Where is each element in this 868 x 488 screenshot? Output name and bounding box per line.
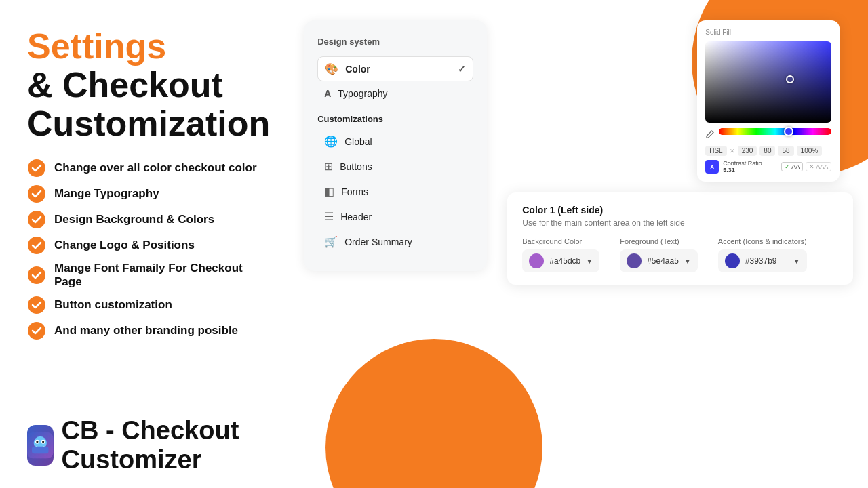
hsl-h-value[interactable]: 230 — [738, 146, 757, 156]
left-column: Settings & Checkout Customization Change… — [0, 0, 290, 488]
list-item: Design Background & Colors — [27, 210, 270, 229]
bottom-branding-bar: CB - Checkout Customizer — [27, 405, 270, 474]
color-picker-card: Solid Fill HSL ✕ — [697, 20, 840, 182]
svg-point-12 — [42, 441, 44, 443]
hsl-l-value[interactable]: 58 — [778, 146, 793, 156]
color1-desc: Use for the main content area on the lef… — [522, 218, 838, 228]
svg-point-6 — [28, 322, 45, 340]
pencil-icon — [705, 129, 715, 139]
design-system-title: Design system — [317, 37, 473, 47]
hsl-mode-badge[interactable]: HSL — [705, 146, 726, 156]
feature-text: Button customization — [54, 298, 172, 312]
swatch-arrow-bg[interactable]: ▼ — [586, 258, 593, 265]
color-gradient-box[interactable] — [705, 41, 831, 123]
list-item: Change over all color checkout color — [27, 159, 270, 178]
check-circle-icon — [27, 210, 46, 229]
heading-checkout: & Checkout — [27, 66, 270, 104]
swatch-value-fg[interactable]: #5e4aa5 ▼ — [620, 249, 698, 272]
typography-icon: A — [324, 88, 331, 99]
ds-header-label: Header — [340, 211, 372, 222]
svg-point-4 — [28, 266, 45, 284]
ds-buttons-label: Buttons — [340, 161, 372, 172]
list-item: Button customization — [27, 296, 270, 314]
ds-item-header[interactable]: ☰ Header — [317, 205, 473, 228]
swatch-arrow-fg[interactable]: ▼ — [684, 258, 691, 265]
hsl-row: HSL ✕ 230 80 58 100% — [705, 146, 831, 156]
color1-card: Color 1 (Left side) Use for the main con… — [507, 192, 853, 285]
swatch-arrow-accent[interactable]: ▼ — [793, 258, 800, 265]
swatch-value-accent[interactable]: #3937b9 ▼ — [718, 249, 807, 272]
ds-order-summary-label: Order Summary — [344, 237, 412, 247]
ds-item-forms[interactable]: ◧ Forms — [317, 180, 473, 203]
feature-text: Mange Font Famaily For Checkout Page — [54, 262, 270, 289]
list-item: And many other branding posible — [27, 321, 270, 340]
swatch-dot-bg — [529, 253, 544, 268]
hsl-a-value[interactable]: 100% — [797, 146, 823, 156]
check-circle-icon — [27, 159, 46, 178]
list-item: Change Logo & Positions — [27, 236, 270, 255]
customizations-title: Customizations — [317, 114, 473, 124]
check-circle-icon — [27, 184, 46, 203]
swatch-hex-bg: #a45dcb — [549, 256, 580, 266]
ds-item-global[interactable]: 🌐 Global — [317, 129, 473, 153]
svg-point-1 — [28, 185, 45, 203]
global-icon: 🌐 — [324, 135, 338, 148]
feature-text: Change over all color checkout color — [54, 161, 257, 175]
color-swatches-row: Background Color #a45dcb ▼ Foreground (T… — [522, 237, 838, 272]
main-content: Settings & Checkout Customization Change… — [0, 0, 868, 488]
svg-point-5 — [28, 296, 45, 314]
ds-global-label: Global — [344, 136, 372, 147]
swatch-group-fg: Foreground (Text) #5e4aa5 ▼ — [620, 237, 698, 272]
hsl-s-value[interactable]: 80 — [760, 146, 775, 156]
swatch-group-bg: Background Color #a45dcb ▼ — [522, 237, 599, 272]
check-circle-icon — [27, 266, 46, 285]
order-summary-icon: 🛒 — [324, 235, 338, 248]
center-column: Design system 🎨 Color ✓ A Typography Cus… — [290, 0, 500, 488]
list-item: Mange Font Famaily For Checkout Page — [27, 262, 270, 289]
swatch-dot-accent — [725, 253, 740, 268]
svg-rect-13 — [32, 447, 49, 454]
feature-list: Change over all color checkout color Man… — [27, 159, 270, 340]
pencil-row — [705, 128, 831, 140]
header-icon: ☰ — [324, 210, 334, 223]
hue-cursor[interactable] — [784, 127, 793, 136]
swatch-label-fg: Foreground (Text) — [620, 237, 698, 245]
ds-item-buttons[interactable]: ⊞ Buttons — [317, 155, 473, 178]
ds-color-label: Color — [345, 64, 370, 75]
contrast-ratio-label: Contrast Ratio — [723, 160, 762, 167]
list-item: Mange Typography — [27, 184, 270, 203]
hue-slider[interactable] — [719, 128, 831, 135]
svg-point-0 — [28, 159, 45, 177]
swatch-label-bg: Background Color — [522, 237, 599, 245]
feature-text: Mange Typography — [54, 187, 159, 201]
badge-aaa: ✕ AAA — [806, 162, 831, 171]
design-system-card: Design system 🎨 Color ✓ A Typography Cus… — [304, 20, 487, 271]
swatch-group-accent: Accent (Icons & indicators) #3937b9 ▼ — [718, 237, 807, 272]
gradient-cursor[interactable] — [786, 75, 794, 83]
ds-item-order-summary[interactable]: 🛒 Order Summary — [317, 230, 473, 253]
solid-fill-label: Solid Fill — [705, 28, 831, 36]
color-picker-row: Solid Fill HSL ✕ — [507, 20, 853, 182]
swatch-value-bg[interactable]: #a45dcb ▼ — [522, 249, 599, 272]
palette-icon: 🎨 — [325, 62, 338, 75]
swatch-label-accent: Accent (Icons & indicators) — [718, 237, 807, 245]
ds-typography-label: Typography — [338, 88, 387, 99]
check-circle-icon — [27, 236, 46, 255]
ds-item-color[interactable]: 🎨 Color ✓ — [317, 56, 473, 81]
swatch-dot-fg — [627, 253, 642, 268]
heading-block: Settings & Checkout Customization — [27, 27, 270, 159]
feature-text: Change Logo & Positions — [54, 239, 195, 252]
svg-point-2 — [28, 211, 45, 228]
forms-icon: ◧ — [324, 185, 334, 198]
right-cards: Solid Fill HSL ✕ — [507, 14, 853, 285]
heading-customization: Customization — [27, 104, 270, 143]
check-circle-icon — [27, 296, 46, 314]
check-mark-icon: ✓ — [458, 64, 466, 75]
ds-item-typography[interactable]: A Typography — [317, 83, 473, 104]
feature-text: Design Background & Colors — [54, 213, 214, 226]
buttons-icon: ⊞ — [324, 160, 333, 173]
color1-title: Color 1 (Left side) — [522, 205, 838, 216]
badge-aa: ✓ AA — [781, 162, 803, 171]
ds-forms-label: Forms — [341, 186, 368, 197]
swatch-hex-fg: #5e4aa5 — [647, 256, 679, 266]
